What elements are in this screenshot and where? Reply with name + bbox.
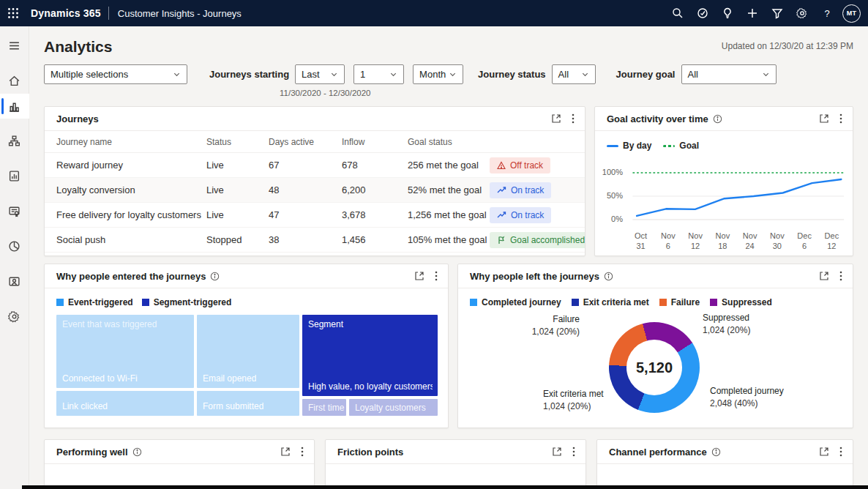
more-options-button[interactable] [433, 269, 439, 283]
expand-button[interactable] [818, 269, 831, 283]
chevron-down-icon [449, 70, 457, 78]
more-options-button[interactable] [570, 112, 576, 125]
topbar-divider [108, 7, 109, 20]
donut-hole: 5,120 [626, 340, 682, 395]
legend-label: Event-triggered [68, 297, 133, 307]
more-options-button[interactable] [571, 445, 577, 458]
waffle-menu-button[interactable] [0, 0, 26, 26]
bottom-bar [22, 485, 868, 489]
more-options-button[interactable] [838, 112, 844, 125]
journey-goal-dropdown[interactable]: All [681, 64, 777, 84]
info-icon [132, 447, 142, 457]
more-options-button[interactable] [838, 269, 844, 283]
range-mode-dropdown[interactable]: Last [295, 64, 345, 84]
performing-well-card: Performing well [44, 439, 315, 489]
settings-button[interactable] [793, 4, 812, 23]
ellipsis-icon [839, 113, 842, 124]
nav-segments[interactable] [0, 233, 29, 259]
expand-button[interactable] [550, 445, 564, 458]
donut-total: 5,120 [636, 359, 673, 376]
nav-reports[interactable] [0, 163, 29, 189]
journey-status-dropdown[interactable]: All [552, 64, 596, 84]
journey-status-label: Journey status [478, 69, 545, 80]
journeys-table-header: Journey name Status Days active Inflow G… [45, 131, 585, 153]
info-button[interactable] [604, 272, 613, 281]
treemap-block-loyalty-customers[interactable]: Loyalty customers [349, 399, 438, 416]
nav-analytics[interactable] [0, 94, 29, 119]
help-icon: ? [821, 7, 833, 19]
journey-status: Live [206, 209, 269, 220]
more-options-button[interactable] [299, 445, 305, 458]
legend-item-completed[interactable]: Completed journey [470, 297, 561, 307]
treemap-block-first-time[interactable]: First time ... [302, 399, 346, 416]
range-unit-dropdown[interactable]: Month [413, 64, 463, 84]
journey-goal-label: Journey goal [616, 69, 676, 80]
table-row[interactable]: Loyalty conversion Live 48 6,200 52% met… [45, 178, 585, 203]
more-options-button[interactable] [838, 445, 844, 458]
legend-item-by-day[interactable]: By day [607, 141, 651, 151]
journey-name: Reward journey [56, 160, 206, 171]
nav-expand-button[interactable] [0, 32, 29, 59]
ideas-button[interactable] [718, 4, 737, 23]
expand-button[interactable] [550, 112, 563, 125]
expand-button[interactable] [413, 269, 426, 283]
expand-button[interactable] [818, 112, 831, 125]
add-button[interactable] [743, 4, 762, 23]
left-journeys-card: Why people left the journeys Completed j… [457, 264, 853, 428]
expand-button[interactable] [818, 445, 831, 458]
journey-name: Loyalty conversion [56, 184, 206, 195]
table-row[interactable]: Free delivery for loyalty customers Live… [45, 203, 585, 228]
info-button[interactable] [711, 447, 721, 457]
certificate-icon [8, 205, 20, 217]
donut-ring[interactable]: 5,120 [609, 322, 700, 413]
callout-failure: Failure1,024 (20%) [532, 313, 580, 338]
nav-journeys[interactable] [0, 127, 29, 154]
nav-audience[interactable] [0, 268, 29, 294]
ellipsis-icon [572, 447, 575, 457]
search-button[interactable] [668, 4, 687, 23]
legend-item-event-triggered[interactable]: Event-triggered [56, 297, 133, 307]
legend-item-exit-criteria[interactable]: Exit criteria met [572, 297, 649, 307]
user-avatar[interactable]: MT [842, 4, 861, 23]
table-row[interactable]: Reward journey Live 67 678 256 met the g… [45, 153, 585, 178]
treemap-block-form-submitted[interactable]: Form submitted [197, 391, 299, 416]
table-row[interactable]: Social push Stopped 38 1,456 105% met th… [45, 228, 585, 253]
journey-status: Stopped [206, 234, 269, 245]
info-button[interactable] [713, 114, 722, 124]
pie-chart-icon [8, 240, 20, 253]
nav-forms[interactable] [0, 198, 29, 224]
legend-item-suppressed[interactable]: Suppressed [710, 297, 772, 307]
treemap-block-connected-wifi[interactable]: Event that was triggered Connected to Wi… [56, 315, 194, 388]
search-icon [672, 7, 684, 19]
ellipsis-icon [572, 113, 575, 124]
guided-tour-icon [697, 7, 708, 19]
app-name-label[interactable]: Customer Insights - Journeys [118, 8, 242, 19]
legend-label: Exit criteria met [583, 297, 649, 307]
legend-item-goal[interactable]: Goal [663, 141, 699, 151]
legend-item-segment-triggered[interactable]: Segment-triggered [142, 297, 232, 307]
nav-home[interactable] [0, 67, 29, 94]
treemap-block-link-clicked[interactable]: Link clicked [56, 391, 194, 416]
help-button[interactable]: ? [818, 4, 837, 23]
brand-label[interactable]: Dynamics 365 [31, 7, 101, 19]
info-button[interactable] [132, 447, 142, 457]
expand-button[interactable] [279, 445, 292, 458]
legend-label: Suppressed [722, 297, 772, 307]
callout-exit-criteria: Exit criteria met1,024 (20%) [543, 388, 604, 413]
legend-item-failure[interactable]: Failure [659, 297, 700, 307]
expand-icon [552, 447, 562, 457]
range-count-dropdown[interactable]: 1 [353, 64, 404, 84]
goal-swatch [663, 145, 675, 147]
treemap-block-email-opened[interactable]: Email opened [197, 315, 299, 388]
expand-icon [414, 271, 424, 281]
ellipsis-icon [839, 271, 842, 281]
goal-line-chart-zone: 100% 50% 0% [601, 161, 845, 231]
info-button[interactable] [210, 272, 220, 281]
journey-multiselect-dropdown[interactable]: Multiple selections [44, 64, 187, 84]
filter-button[interactable] [768, 4, 787, 23]
guided-tour-button[interactable] [693, 4, 712, 23]
hamburger-icon [8, 40, 20, 52]
goal-card-title: Goal activity over time [607, 113, 708, 124]
nav-settings[interactable] [0, 303, 29, 329]
treemap-block-high-value[interactable]: Segment High value, no loyalty customers [302, 315, 438, 396]
